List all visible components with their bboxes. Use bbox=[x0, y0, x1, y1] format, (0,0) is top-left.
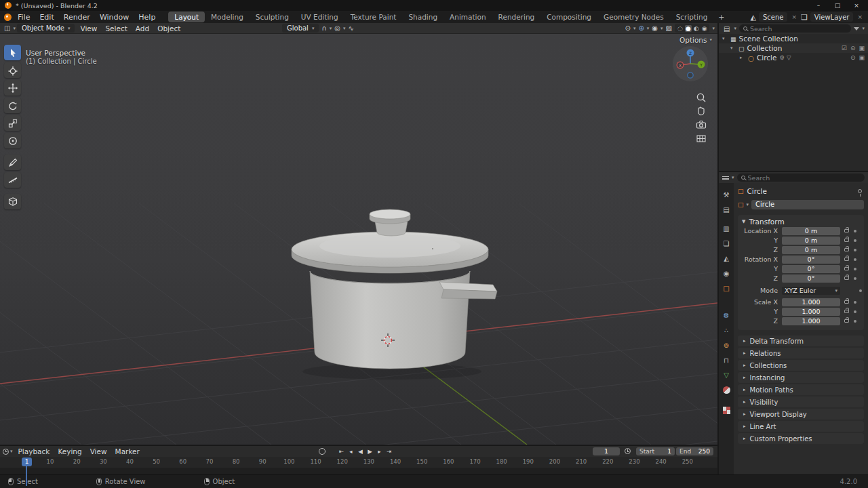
properties-tab[interactable] bbox=[719, 188, 734, 201]
editor-type-icon[interactable]: ◫ bbox=[3, 24, 12, 32]
viewport-menu-item[interactable]: Object bbox=[153, 24, 184, 33]
properties-tab[interactable] bbox=[719, 324, 734, 336]
animate-decorator-icon[interactable] bbox=[854, 258, 856, 261]
disclosure-triangle-icon[interactable]: ▾ bbox=[722, 36, 728, 41]
timeline-menu-item[interactable]: Keying bbox=[54, 447, 85, 456]
properties-search-input[interactable] bbox=[748, 174, 861, 182]
rotation-mode-dropdown[interactable]: XYZ Euler ▾ bbox=[782, 287, 840, 295]
snap-chevron-icon[interactable]: ▾ bbox=[330, 26, 332, 31]
topbar-menu-item[interactable]: File bbox=[13, 12, 35, 23]
snap-magnet-icon[interactable]: ∩ bbox=[321, 24, 326, 32]
workspace-tab[interactable]: Compositing bbox=[540, 12, 597, 22]
auto-keying-button[interactable] bbox=[319, 448, 326, 455]
outliner-search-input[interactable] bbox=[750, 25, 848, 33]
transform-value-field[interactable]: 0° bbox=[782, 256, 840, 264]
overlays-chevron-icon[interactable]: ▾ bbox=[660, 26, 663, 31]
properties-tab[interactable] bbox=[719, 309, 734, 321]
transform-value-field[interactable]: 1.000 bbox=[782, 317, 840, 325]
proportional-chevron-icon[interactable]: ▾ bbox=[343, 26, 346, 31]
outliner-row[interactable]: ▾ Collection ⚙▽ ☑ ⊙ ▣ bbox=[719, 43, 868, 53]
collapsed-section-header[interactable]: ▸ Visibility bbox=[738, 396, 864, 407]
transform-value-field[interactable]: 0° bbox=[782, 265, 840, 273]
preview-range-icon[interactable] bbox=[625, 448, 631, 454]
pan-button[interactable] bbox=[694, 104, 708, 118]
current-frame-field[interactable]: 1 bbox=[593, 447, 620, 455]
outliner-search[interactable] bbox=[739, 24, 852, 33]
collapsed-section-header[interactable]: ▸ Relations bbox=[738, 348, 864, 359]
lock-icon[interactable] bbox=[844, 239, 849, 242]
properties-tab[interactable] bbox=[719, 369, 734, 381]
shading-material-icon[interactable]: ◐ bbox=[693, 25, 700, 32]
rotate-tool-button[interactable] bbox=[4, 98, 21, 113]
shading-chevron-icon[interactable]: ▾ bbox=[712, 26, 715, 31]
lock-icon[interactable] bbox=[844, 319, 849, 323]
add-workspace-button[interactable]: + bbox=[713, 13, 729, 22]
disclosure-triangle-icon[interactable]: ▾ bbox=[730, 45, 736, 51]
animate-decorator-icon[interactable] bbox=[854, 249, 856, 251]
properties-tab[interactable] bbox=[719, 282, 734, 294]
transform-value-field[interactable]: 1.000 bbox=[782, 298, 840, 306]
properties-tab[interactable] bbox=[719, 354, 734, 366]
workspace-tab[interactable]: Scripting bbox=[670, 12, 714, 22]
zoom-button[interactable] bbox=[694, 91, 708, 104]
topbar-menu-item[interactable]: Window bbox=[95, 12, 134, 23]
animate-decorator-icon[interactable] bbox=[854, 239, 856, 242]
playback-button[interactable] bbox=[384, 447, 393, 455]
properties-search[interactable] bbox=[737, 174, 865, 182]
filter-icon[interactable] bbox=[854, 27, 859, 30]
workspace-tab[interactable]: Layout bbox=[168, 12, 205, 22]
playback-button[interactable] bbox=[347, 447, 355, 455]
timeline-menu-item[interactable]: Marker bbox=[111, 447, 144, 456]
animate-decorator-icon[interactable] bbox=[854, 277, 856, 280]
collapsed-section-header[interactable]: ▸ Viewport Display bbox=[738, 409, 864, 420]
collapsed-section-header[interactable]: ▸ Delta Transform bbox=[738, 336, 864, 346]
workspace-tab[interactable]: Animation bbox=[443, 12, 492, 22]
add-primitive-tool-button[interactable] bbox=[4, 194, 21, 209]
select-box-tool-button[interactable] bbox=[4, 45, 21, 60]
workspace-tab[interactable]: Texture Paint bbox=[344, 12, 403, 22]
transform-panel-header[interactable]: ▼ Transform bbox=[740, 218, 862, 226]
lock-icon[interactable] bbox=[844, 229, 849, 232]
topbar-menu-item[interactable]: Edit bbox=[35, 12, 58, 23]
xray-toggle-icon[interactable]: ▧ bbox=[666, 24, 672, 32]
transform-value-field[interactable]: 0 m bbox=[782, 227, 840, 235]
breadcrumb-object-label[interactable]: Circle bbox=[747, 187, 768, 195]
disable-render-camera-icon[interactable]: ▣ bbox=[859, 54, 865, 61]
viewport-menu-item[interactable]: View bbox=[76, 24, 101, 33]
move-tool-button[interactable] bbox=[4, 80, 21, 96]
outliner-row[interactable]: ▾ Scene Collection ⚙▽ ☑ ⊙ ▣ bbox=[719, 34, 868, 43]
timeline-menu-item[interactable]: View bbox=[86, 447, 111, 456]
timeline-editor-icon[interactable] bbox=[3, 449, 9, 455]
pin-icon[interactable] bbox=[858, 189, 862, 193]
properties-tab[interactable] bbox=[719, 222, 734, 235]
timeline-menu-item[interactable]: Playback bbox=[14, 447, 54, 456]
workspace-tab[interactable]: Modeling bbox=[205, 12, 250, 22]
lock-icon[interactable] bbox=[844, 248, 849, 251]
hide-eye-icon[interactable]: ⊙ bbox=[850, 45, 856, 52]
properties-tab[interactable] bbox=[719, 267, 734, 279]
scene-unlink-icon[interactable]: × bbox=[790, 14, 798, 20]
lock-icon[interactable] bbox=[844, 277, 849, 280]
toggle-orthographic-button[interactable] bbox=[694, 131, 708, 145]
frame-start-field[interactable]: Start 1 bbox=[636, 447, 675, 455]
options-button[interactable]: Options ▾ bbox=[679, 36, 712, 44]
properties-tab[interactable] bbox=[719, 237, 734, 249]
disclosure-triangle-icon[interactable]: ▸ bbox=[740, 55, 745, 60]
properties-tab[interactable] bbox=[719, 404, 734, 416]
outliner-row[interactable]: ▸ Circle ⚙▽ ☑ ⊙ ▣ bbox=[719, 53, 868, 62]
scale-tool-button[interactable] bbox=[4, 115, 21, 131]
transform-tool-button[interactable] bbox=[4, 133, 21, 148]
viewport-menu-item[interactable]: Add bbox=[132, 24, 153, 33]
minimize-button[interactable]: – bbox=[814, 2, 823, 9]
cursor-tool-button[interactable] bbox=[4, 62, 21, 78]
viewport-menu-item[interactable]: Select bbox=[101, 24, 131, 33]
filter-chevron-icon[interactable]: ▾ bbox=[862, 26, 865, 31]
mode-dropdown[interactable]: Object Mode ▾ bbox=[17, 24, 75, 33]
workspace-tab[interactable]: Shading bbox=[402, 12, 443, 22]
transform-value-field[interactable]: 1.000 bbox=[782, 308, 840, 316]
topbar-menu-item[interactable]: Render bbox=[59, 12, 95, 23]
window-titlebar[interactable]: * (Unsaved) - Blender 4.2 – □ × bbox=[0, 0, 868, 11]
viewlayer-unlink-icon[interactable]: × bbox=[856, 14, 864, 20]
viewlayer-selector[interactable]: ViewLayer bbox=[810, 12, 854, 22]
playback-button[interactable] bbox=[375, 447, 384, 455]
